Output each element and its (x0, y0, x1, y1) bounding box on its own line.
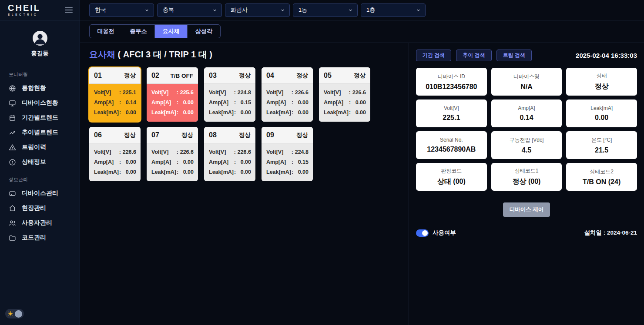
device-card-09[interactable]: 09정상Volt[V]:224.8Amp[A]:0.15Leak[mA]:0.0… (262, 127, 313, 181)
theme-toggle[interactable] (5, 309, 24, 318)
metric-value: 226.6 (238, 149, 251, 155)
detail-field-temperature: 온도 [°C]21.5 (566, 131, 637, 159)
metric-label: Amp[A] (151, 159, 177, 165)
device-status-badge: 정상 (354, 72, 366, 80)
period-search-button[interactable]: 기간 검색 (416, 50, 451, 61)
dropdown-site[interactable]: 화림사 (225, 3, 290, 17)
trend-search-button[interactable]: 추이 검색 (456, 50, 491, 61)
detail-toolbar: 기간 검색추이 검색트립 검색2025-02-04 16:33:03 (416, 50, 637, 61)
building-tab-1[interactable]: 대웅전 (90, 25, 122, 38)
metric-colon: : (292, 159, 295, 165)
sidebar-item-trend[interactable]: 추이별트렌드 (0, 125, 80, 140)
metric-colon: : (349, 109, 352, 116)
sidebar-item-label: 상태정보 (22, 158, 46, 166)
device-card-01[interactable]: 01정상Volt[V]:225.1Amp[A]:0.14Leak[mA]:0.0… (89, 67, 141, 122)
metric-value: 0.00 (180, 169, 194, 175)
detail-field-value: 상태 (00) (437, 177, 466, 186)
menu-hamburger-icon[interactable] (65, 6, 73, 14)
detail-field-label: 판정코드 (441, 167, 462, 175)
trip-search-button[interactable]: 트립 검색 (496, 50, 532, 61)
main-area: 한국충북화림사1동1층 대웅전종무소요사채삼성각 요사채 ( AFCI 3 대 … (80, 0, 644, 325)
sidebar-item-user-mgmt[interactable]: 사용자관리 (0, 216, 80, 230)
device-metric-row: Volt[V]:225.1 (94, 90, 136, 96)
metric-colon: : (119, 159, 123, 165)
sidebar-item-period-trend[interactable]: 기간별트렌드 (0, 110, 80, 125)
brand-logo[interactable]: CHEIL ELECTRIC (8, 3, 40, 17)
device-card-07[interactable]: 07정상Volt[V]:226.6Amp[A]:0.00Leak[mA]:0.0… (147, 127, 198, 181)
detail-field-value: N/A (520, 83, 533, 91)
sidebar-item-site-mgmt[interactable]: 현장관리 (0, 201, 80, 216)
metric-colon: : (292, 90, 295, 96)
device-metric-row: Amp[A]:0.00 (209, 159, 251, 165)
sidebar-item-label: 추이별트렌드 (22, 129, 58, 136)
dropdown-region[interactable]: 충북 (157, 3, 222, 17)
device-control-button[interactable]: 디바이스 제어 (503, 202, 550, 217)
metric-label: Leak[mA] (151, 109, 177, 116)
user-profile: 홍길동 (0, 20, 80, 60)
metric-value: 224.8 (295, 149, 309, 155)
chevron-down-icon (144, 8, 149, 13)
device-metric-row: Leak[mA]:0.00 (324, 109, 366, 116)
device-card-header: 03정상 (204, 67, 255, 84)
detail-field-drive-voltage: 구동전압 [Vdc]4.5 (491, 131, 562, 159)
trend-icon (9, 129, 16, 136)
chevron-down-icon (348, 8, 353, 13)
sidebar-item-overview[interactable]: 통합현황 (0, 81, 80, 96)
device-metric-row: Leak[mA]:0.00 (151, 109, 194, 116)
metric-colon: : (234, 149, 238, 155)
device-card-header: 09정상 (262, 127, 313, 143)
dropdown-value: 충북 (163, 6, 174, 14)
building-tab-4[interactable]: 삼성각 (188, 25, 220, 38)
sidebar-item-label: 통합현황 (22, 84, 46, 92)
detail-field-label: Amp[A] (518, 105, 535, 111)
content: 요사채 ( AFCI 3 대 / TRIP 1 대 ) 01정상Volt[V]:… (80, 43, 644, 325)
sidebar-item-status-info[interactable]: 상태정보 (0, 155, 80, 169)
metric-value: 0.00 (352, 109, 366, 116)
device-status-badge: 정상 (296, 72, 308, 80)
detail-field-label: 온도 [°C] (591, 136, 612, 144)
device-card-body: Volt[V]:224.8Amp[A]:0.15Leak[mA]:0.00 (262, 143, 313, 181)
metric-value: 0.00 (123, 109, 136, 116)
building-tab-3[interactable]: 요사채 (155, 25, 188, 38)
warning-icon (9, 144, 16, 151)
device-card-06[interactable]: 06정상Volt[V]:226.6Amp[A]:0.00Leak[mA]:0.0… (89, 127, 141, 181)
device-metric-row: Leak[mA]:0.00 (94, 109, 136, 116)
device-number: 03 (209, 72, 217, 80)
sun-icon (7, 311, 13, 317)
metric-value: 0.00 (180, 99, 194, 106)
sidebar-item-device-mgmt[interactable]: 디바이스관리 (0, 186, 80, 201)
app-root: CHEIL ELECTRIC 홍길동 모니터링통합현황디바이스현황기간별트렌드추… (0, 0, 644, 325)
sidebar-item-trip-history[interactable]: 트립이력 (0, 140, 80, 155)
theme-toggle-knob (15, 310, 22, 318)
detail-field-status: 상태정상 (566, 68, 637, 96)
sidebar-item-device-status[interactable]: 디바이스현황 (0, 96, 80, 110)
device-card-05[interactable]: 05정상Volt[V]:226.6Amp[A]:0.00Leak[mA]:0.0… (319, 67, 370, 122)
device-card-08[interactable]: 08정상Volt[V]:226.6Amp[A]:0.00Leak[mA]:0.0… (204, 127, 255, 181)
sidebar-item-code-mgmt[interactable]: 코드관리 (0, 230, 80, 245)
sidebar-item-label: 기간별트렌드 (22, 114, 58, 122)
dropdown-country[interactable]: 한국 (89, 3, 154, 17)
device-card-header: 01정상 (89, 67, 141, 84)
dropdown-building[interactable]: 1동 (293, 3, 358, 17)
metric-colon: : (177, 90, 180, 96)
sidebar-item-label: 현장관리 (22, 204, 46, 212)
device-icon (9, 190, 16, 197)
metric-value: 226.6 (295, 90, 309, 96)
device-card-header: 05정상 (319, 67, 370, 84)
device-metric-row: Volt[V]:225.6 (151, 90, 194, 96)
device-card-02[interactable]: 02T/B OFFVolt[V]:225.6Amp[A]:0.00Leak[mA… (147, 67, 198, 122)
device-card-header: 07정상 (147, 127, 198, 143)
metric-value: 226.6 (180, 149, 194, 155)
device-card-body: Volt[V]:226.6Amp[A]:0.00Leak[mA]:0.00 (319, 84, 370, 122)
device-card-04[interactable]: 04정상Volt[V]:226.6Amp[A]:0.00Leak[mA]:0.0… (262, 67, 313, 122)
device-card-03[interactable]: 03정상Volt[V]:224.8Amp[A]:0.15Leak[mA]:0.0… (204, 67, 255, 122)
users-icon (9, 219, 16, 227)
device-status-badge: 정상 (239, 131, 251, 139)
building-tab-2[interactable]: 종무소 (122, 25, 155, 38)
dropdown-value: 한국 (95, 6, 106, 14)
usage-toggle[interactable] (416, 229, 429, 237)
metric-colon: : (119, 99, 123, 106)
metric-value: 0.14 (123, 99, 136, 106)
dropdown-floor[interactable]: 1층 (361, 3, 426, 17)
metric-label: Amp[A] (94, 99, 119, 106)
